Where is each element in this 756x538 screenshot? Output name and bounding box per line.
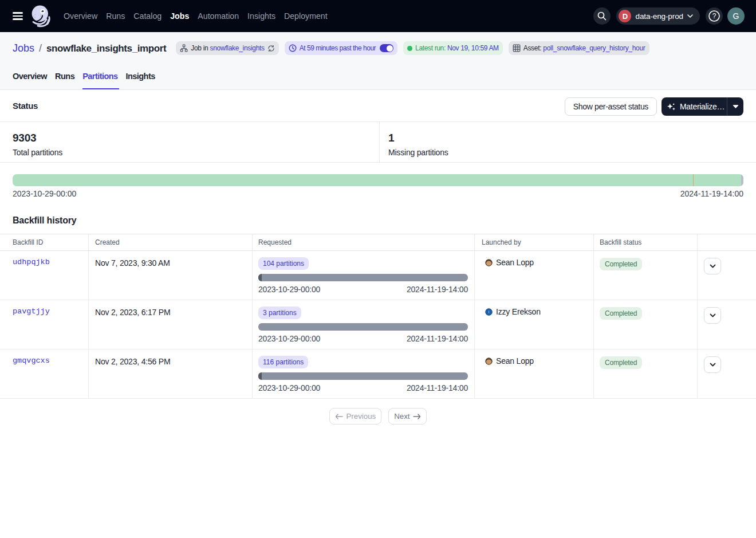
- svg-text:?: ?: [712, 12, 716, 20]
- svg-text:I: I: [489, 310, 490, 314]
